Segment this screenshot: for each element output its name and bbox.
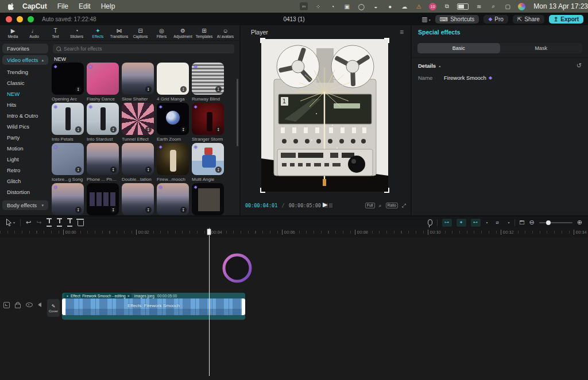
effect-thumbnail[interactable]: ◆↧ <box>157 183 189 215</box>
share-button[interactable]: ⇱ Share <box>513 15 544 24</box>
zoom-app-icon[interactable]: zn <box>300 2 308 10</box>
redo-button[interactable]: ↪ <box>36 219 41 226</box>
effect-card-tunnel-effect[interactable]: ↧Tunnel Effect <box>122 103 154 142</box>
apple-menu-icon[interactable] <box>8 3 14 10</box>
effect-card-opening-arc[interactable]: ◆↧Opening Arc <box>52 63 84 102</box>
warning-icon[interactable]: ⚠ <box>415 2 423 10</box>
ball-icon[interactable]: ● <box>386 2 394 10</box>
tab-effects[interactable]: ✦Effects <box>87 28 109 38</box>
effect-thumbnail[interactable]: ◆↧ <box>192 143 224 175</box>
sidebar-item-trending[interactable]: Trending <box>2 67 48 77</box>
download-icon[interactable]: ↧ <box>110 207 117 213</box>
tab-audio[interactable]: ♩Audio <box>24 28 45 38</box>
export-button[interactable]: ↥ Export <box>549 15 583 24</box>
download-icon[interactable]: ↧ <box>75 86 82 92</box>
lock-track-icon[interactable] <box>15 304 21 308</box>
download-icon[interactable]: ↧ <box>215 166 222 173</box>
effect-thumbnail[interactable]: ↧ <box>87 143 119 175</box>
tab-adjustment[interactable]: ⚙Adjustment <box>172 28 194 38</box>
sidebar-item-party[interactable]: Party <box>2 132 48 143</box>
effect-thumbnail[interactable]: ◆↧ <box>52 183 84 215</box>
split-button[interactable] <box>47 218 52 227</box>
effect-card-4-grid-manga[interactable]: ↧4 Grid Manga <box>157 63 189 102</box>
download-icon[interactable]: ↧ <box>110 166 117 173</box>
undo-button[interactable]: ↩ <box>26 219 31 226</box>
video-preview[interactable]: 1 <box>261 39 388 192</box>
headset-icon[interactable]: ◒ <box>372 2 380 10</box>
ratio-button[interactable]: Ratio <box>386 203 398 209</box>
effect-thumbnail[interactable]: ◆↧ <box>52 143 84 175</box>
tab-basic[interactable]: Basic <box>417 43 500 53</box>
download-icon[interactable]: ↧ <box>110 126 117 133</box>
selection-handle-top-right[interactable] <box>384 38 389 43</box>
windows-icon[interactable]: ⧉ <box>443 2 451 10</box>
effect-thumbnail[interactable]: ↧ <box>122 103 154 135</box>
tab-transitions[interactable]: ⋈Transitions <box>109 28 130 38</box>
download-icon[interactable]: ↧ <box>75 126 82 133</box>
download-icon[interactable]: ↧ <box>215 126 222 133</box>
effect-thumbnail[interactable]: ◆↧ <box>192 63 224 95</box>
tab-text[interactable]: TText <box>45 28 66 38</box>
select-tool-button[interactable]: ▾ <box>6 219 15 226</box>
download-icon[interactable]: ↧ <box>145 166 152 173</box>
playhead-handle[interactable] <box>207 228 211 235</box>
effect-thumbnail[interactable]: ◆↧ <box>52 103 84 135</box>
effect-thumbnail[interactable]: ◆↧ <box>87 103 119 135</box>
search-icon[interactable]: ⌕ <box>489 2 497 10</box>
sidebar-item-classic[interactable]: Classic <box>2 77 48 88</box>
effect-card-flashy-dance[interactable]: ◆Flashy Dance <box>87 63 119 102</box>
shrink-track-icon[interactable] <box>3 302 10 308</box>
effect-thumbnail[interactable]: ◆↧ <box>157 103 189 135</box>
effect-thumbnail[interactable]: ↧ <box>157 63 189 95</box>
image-clip[interactable]: ✦ Effect: Firework Smooch - editing × im… <box>62 293 245 320</box>
playhead-line[interactable] <box>209 228 210 376</box>
tab-filters[interactable]: ◎Filters <box>151 28 172 38</box>
effect-overlay-ring[interactable] <box>221 252 253 286</box>
sidebar-item-glitch[interactable]: Glitch <box>2 176 48 187</box>
display-icon[interactable]: ▢ <box>504 2 512 10</box>
sidebar-item-light[interactable]: Light <box>2 154 48 165</box>
close-effect-editing-icon[interactable]: × <box>127 294 130 298</box>
menu-item-help[interactable]: Help <box>101 2 115 10</box>
auto-snap-toggle[interactable]: ✦ <box>457 219 466 227</box>
effect-card-multi-angle[interactable]: ◆↧Multi Angle <box>192 143 224 182</box>
selection-handle-bottom-left[interactable] <box>260 188 265 193</box>
sidebar-item-new[interactable]: NEW <box>2 88 48 99</box>
hide-track-icon[interactable] <box>26 303 33 307</box>
cloud-icon[interactable]: ☁ <box>400 2 408 10</box>
record-voiceover-icon[interactable] <box>428 219 432 226</box>
effect-thumbnail[interactable]: ↧ <box>122 63 154 95</box>
tab-captions[interactable]: ⊟Captions <box>130 28 151 38</box>
zoom-in-timeline-button[interactable]: ⊕ <box>577 219 582 226</box>
sidebar-item-motion[interactable]: Motion <box>2 143 48 154</box>
effect-thumbnail[interactable]: ◆↧ <box>192 183 224 215</box>
download-icon[interactable]: ↧ <box>145 207 152 213</box>
effect-clip-selected[interactable]: Effects: Firework Smooch <box>62 298 245 315</box>
sidebar-item-hits[interactable]: Hits <box>2 99 48 110</box>
close-window-button[interactable] <box>6 16 12 22</box>
edit-cover-button[interactable]: ✎ Cover <box>47 299 60 317</box>
reset-icon[interactable]: ↺ <box>577 62 582 69</box>
download-icon[interactable]: ↧ <box>145 86 152 92</box>
download-icon[interactable]: ↧ <box>215 86 222 92</box>
effect-card-slow-shatter[interactable]: ↧Slow Shatter <box>122 63 154 102</box>
effect-card-runway-blind[interactable]: ◆↧Runway Blind <box>192 63 224 102</box>
tab-media[interactable]: ▶Media <box>2 28 24 38</box>
play-button[interactable]: ▶ <box>323 201 327 208</box>
battery-icon[interactable] <box>457 3 469 10</box>
delete-button[interactable] <box>78 220 84 226</box>
preview-zoom-icon[interactable]: ⌕ <box>379 203 382 209</box>
download-icon[interactable]: ↧ <box>75 166 82 173</box>
timeline-ruler[interactable]: 00:0000:0200:0400:0600:0800:1000:1200:14 <box>0 228 588 238</box>
calendar-badge-icon[interactable]: 10 <box>429 3 436 10</box>
sidebar-item-favorites[interactable]: Favorites <box>2 44 48 53</box>
effect-thumbnail[interactable]: ↧ <box>122 183 154 215</box>
details-collapse-icon[interactable]: ▴ <box>439 64 440 68</box>
download-icon[interactable]: ↧ <box>180 86 187 92</box>
details-header[interactable]: Details <box>418 63 436 69</box>
loop-icon[interactable]: ◯ <box>357 2 365 10</box>
transform-dropdown-icon[interactable]: ▾ <box>508 220 510 224</box>
pro-button[interactable]: ◆ Pro <box>483 15 508 24</box>
effect-card-firew-mooch[interactable]: ◆Firew...mooch <box>157 143 189 182</box>
effect-card-phone-phone[interactable]: ↧Phone ... Phone <box>87 143 119 182</box>
